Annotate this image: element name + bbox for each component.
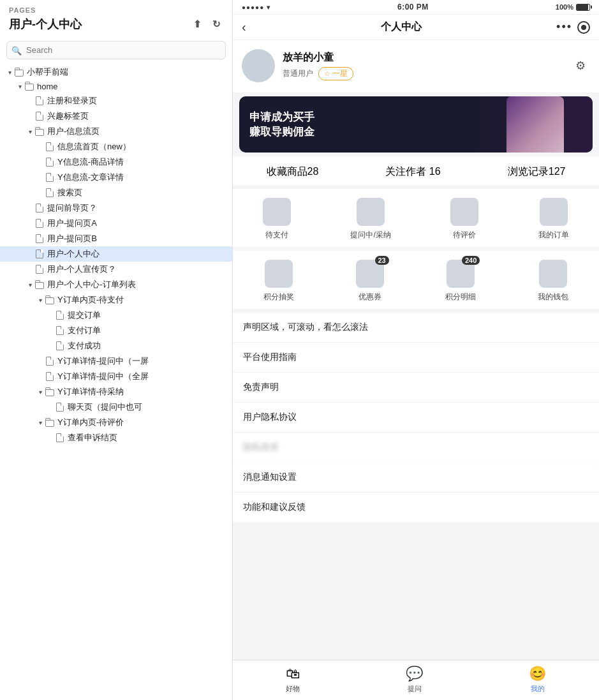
menu-item-3[interactable]: 用户隐私协议 xyxy=(233,403,599,433)
icon-cell-icon-row2-1[interactable]: 23优惠券 xyxy=(356,260,384,302)
tree-node-orderlist[interactable]: ▾用户-个人中心-订单列表 xyxy=(0,277,232,292)
tree-label-orderdetailaskfull: Y订单详情-提问中（全屏 xyxy=(57,371,149,382)
icon-cell-icon-row1-2[interactable]: 待评价 xyxy=(450,198,478,241)
menu-item-6[interactable]: 功能和建议反馈 xyxy=(233,493,599,522)
tab-item-2[interactable]: 😊我的 xyxy=(529,666,546,694)
tree-node-userinfo[interactable]: ▾用户-信息流页 xyxy=(0,124,232,139)
stat-item-1[interactable]: 关注作者 16 xyxy=(385,165,440,179)
icon-cell-icon-row1-3[interactable]: 我的订单 xyxy=(538,198,569,241)
icon-cell-icon-row1-1[interactable]: 提问中/采纳 xyxy=(350,198,390,241)
folder-icon xyxy=(45,297,55,304)
tree-arrow-orderpending2: ▾ xyxy=(36,419,45,426)
tab-icon-0: 🛍 xyxy=(286,666,300,682)
tree-label-orderdetailask: Y订单详情-提问中（一屏 xyxy=(57,355,149,367)
menu-item-0[interactable]: 声明区域，可滚动，看怎么滚法 xyxy=(233,313,599,343)
tree-node-viewappeal[interactable]: 查看申诉结页 xyxy=(0,430,232,445)
menu-list: 声明区域，可滚动，看怎么滚法平台使用指南免责声明用户隐私协议隐私政策消息通知设置… xyxy=(233,313,599,522)
tree-node-orderpending2[interactable]: ▾Y订单内页-待评价 xyxy=(0,415,232,430)
more-dots[interactable]: ••• xyxy=(556,20,572,34)
tree-label-askpageb: 用户-提问页B xyxy=(47,233,97,244)
page-icon xyxy=(45,142,55,151)
tab-label-1: 提问 xyxy=(408,684,422,694)
tree-node-payorder[interactable]: 支付订单 xyxy=(0,323,232,338)
tree-node-chatpage[interactable]: 聊天页（提问中也可 xyxy=(0,399,232,415)
tree-node-home[interactable]: ▾home xyxy=(0,80,232,93)
icon-label-2: 积分明细 xyxy=(445,292,476,302)
record-button[interactable] xyxy=(577,21,590,34)
tree-arrow-orderdetailpending: ▾ xyxy=(36,389,45,396)
icon-box-1: 23 xyxy=(356,260,384,288)
tree-node-submitorder[interactable]: 提交订单 xyxy=(0,308,232,323)
icon-cell-icon-row2-2[interactable]: 240积分明细 xyxy=(445,260,476,302)
tree-node-reg[interactable]: 注册和登录页 xyxy=(0,93,232,108)
tree-label-usercenter: 用户-个人中心 xyxy=(47,248,100,260)
menu-item-5[interactable]: 消息通知设置 xyxy=(233,463,599,493)
tree-node-pendingpay[interactable]: ▾Y订单内页-待支付 xyxy=(0,292,232,308)
page-icon xyxy=(45,188,55,197)
record-icon xyxy=(581,25,586,30)
icon-badge-1: 23 xyxy=(375,256,389,265)
page-icon xyxy=(55,341,65,350)
banner[interactable]: 申请成为买手 赚取导购佣金 xyxy=(239,96,593,153)
menu-item-2[interactable]: 免责声明 xyxy=(233,373,599,403)
tree-node-askpageb[interactable]: 用户-提问页B xyxy=(0,231,232,246)
stat-item-0[interactable]: 收藏商品28 xyxy=(267,165,319,179)
folder-icon xyxy=(14,69,24,76)
export-icon[interactable]: ⬆ xyxy=(190,17,204,31)
tree-node-articledetail[interactable]: Y信息流-文章详情 xyxy=(0,170,232,185)
status-bar: ●●●●● ▾ 6:00 PM 100% xyxy=(233,0,599,15)
icon-label-3: 我的钱包 xyxy=(538,292,568,302)
icon-cell-icon-row1-0[interactable]: 待支付 xyxy=(263,198,291,241)
tree-label-articledetail: Y信息流-文章详情 xyxy=(57,172,124,183)
nav-more: ••• xyxy=(556,20,590,34)
tree-label-reg: 注册和登录页 xyxy=(47,95,97,107)
stat-item-2[interactable]: 浏览记录127 xyxy=(508,165,566,179)
settings-button[interactable]: ⚙ xyxy=(571,56,590,75)
tree-node-infohome[interactable]: 信息流首页（new） xyxy=(0,139,232,154)
banner-figure xyxy=(478,96,593,153)
tab-icon-2: 😊 xyxy=(529,666,546,682)
tab-label-2: 我的 xyxy=(531,684,545,694)
nav-title: 个人中心 xyxy=(381,20,422,34)
icon-cell-icon-row2-0[interactable]: 积分抽奖 xyxy=(263,260,294,302)
menu-item-1[interactable]: 平台使用指南 xyxy=(233,343,599,373)
tree-label-home: home xyxy=(37,82,58,91)
page-icon xyxy=(55,433,65,442)
tree-node-preguide[interactable]: 提问前导页？ xyxy=(0,200,232,216)
tree-node-personalpage[interactable]: 用户-个人宣传页？ xyxy=(0,262,232,277)
banner-character xyxy=(507,96,564,153)
icon-grid-row1: 待支付提问中/采纳待评价我的订单 xyxy=(233,189,599,247)
banner-text: 申请成为买手 赚取导购佣金 xyxy=(239,101,325,148)
refresh-icon[interactable]: ↻ xyxy=(209,17,223,31)
menu-item-4[interactable]: 隐私政策 xyxy=(233,433,599,463)
icon-box-0 xyxy=(265,260,293,288)
tree-node-tags[interactable]: 兴趣标签页 xyxy=(0,108,232,124)
pages-label: PAGES xyxy=(0,0,232,17)
tree-node-goodsdetail[interactable]: Y信息流-商品详情 xyxy=(0,154,232,170)
tree-node-askpagea[interactable]: 用户-提问页A xyxy=(0,216,232,231)
tree-label-askpagea: 用户-提问页A xyxy=(47,218,97,229)
tree-node-paysuccess[interactable]: 支付成功 xyxy=(0,338,232,354)
tree-node-usercenter[interactable]: 用户-个人中心 xyxy=(0,246,232,262)
tree-node-root1[interactable]: ▾小帮手前端 xyxy=(0,64,232,80)
tree-node-orderdetailpending[interactable]: ▾Y订单详情-待采纳 xyxy=(0,384,232,399)
tree-label-tags: 兴趣标签页 xyxy=(47,110,89,122)
tag-star-label: 一星 xyxy=(332,68,348,79)
tree-node-orderdetailaskfull[interactable]: Y订单详情-提问中（全屏 xyxy=(0,369,232,384)
tree-arrow-pendingpay: ▾ xyxy=(36,297,45,304)
tree-arrow-orderlist: ▾ xyxy=(26,281,34,288)
back-button[interactable]: ‹ xyxy=(242,20,246,34)
tree-node-orderdetailask[interactable]: Y订单详情-提问中（一屏 xyxy=(0,354,232,369)
tree-node-searchpage[interactable]: 搜索页 xyxy=(0,185,232,200)
banner-line1: 申请成为买手 xyxy=(249,110,314,124)
icon-cell-icon-row2-3[interactable]: 我的钱包 xyxy=(538,260,568,302)
page-icon xyxy=(45,357,55,366)
tree-label-orderpending2: Y订单内页-待评价 xyxy=(57,417,124,428)
tab-item-0[interactable]: 🛍好物 xyxy=(286,666,300,694)
left-panel: PAGES 用户-个人中心 ⬆ ↻ 🔍 ▾小帮手前端▾home注册和登录页兴趣标… xyxy=(0,0,233,700)
page-icon xyxy=(34,112,45,121)
search-input[interactable] xyxy=(6,41,226,59)
tab-item-1[interactable]: 💬提问 xyxy=(406,666,423,694)
icon-box-1 xyxy=(357,198,385,226)
profile-info: 放羊的小童 普通用户 ☆ 一星 xyxy=(283,51,571,80)
